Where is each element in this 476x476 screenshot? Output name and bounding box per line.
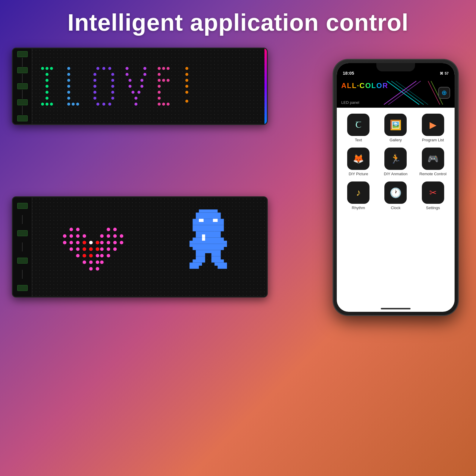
remote-control-app-label: Remote Control (419, 172, 447, 176)
svg-point-58 (158, 103, 161, 106)
svg-point-80 (70, 241, 73, 244)
svg-rect-119 (196, 213, 221, 216)
diy-animation-app-label: DIY Anmation (384, 172, 407, 176)
app-item-diy-animation[interactable]: 🏃 DIY Anmation (378, 148, 413, 176)
svg-line-146 (387, 81, 419, 104)
svg-rect-131 (196, 250, 221, 253)
remote-control-app-icon[interactable]: 🎮 (422, 148, 444, 170)
svg-point-65 (185, 91, 188, 94)
svg-point-35 (108, 103, 111, 106)
svg-point-41 (140, 79, 143, 82)
clock-app-icon[interactable]: 🕐 (384, 181, 407, 204)
gallery-app-label: Gallery (389, 138, 402, 142)
svg-point-95 (107, 247, 110, 251)
svg-rect-141 (218, 266, 227, 269)
svg-rect-121 (193, 219, 224, 222)
gallery-app-icon[interactable]: 🖼️ (384, 114, 407, 136)
svg-point-27 (93, 85, 96, 88)
app-item-program-list[interactable]: ▶ Program List (416, 114, 450, 142)
circuit-board-left-bottom (13, 197, 32, 297)
svg-rect-133 (212, 253, 221, 256)
phone-notch (376, 63, 415, 71)
svg-point-102 (107, 254, 110, 258)
circuit-line-b3 (22, 270, 23, 279)
led-text-container (37, 62, 261, 110)
svg-point-100 (96, 254, 99, 258)
svg-rect-128 (190, 241, 227, 244)
svg-point-1 (46, 67, 48, 70)
settings-app-icon[interactable]: ✂ (422, 181, 444, 204)
svg-point-108 (96, 267, 99, 271)
svg-point-49 (162, 67, 165, 70)
svg-point-54 (167, 79, 170, 82)
clock-icon: 🕐 (390, 187, 402, 198)
svg-point-70 (113, 228, 117, 231)
svg-point-21 (102, 67, 105, 70)
svg-point-81 (76, 241, 80, 244)
circuit-line-b1 (22, 215, 23, 224)
home-bar (381, 308, 411, 309)
settings-app-label: Settings (426, 206, 440, 210)
svg-rect-126 (196, 234, 221, 238)
svg-point-79 (63, 241, 67, 244)
app-item-diy-picture[interactable]: 🦊 DIY Picture (341, 148, 375, 176)
svg-point-32 (111, 97, 114, 100)
add-program-button[interactable]: ⊕ (438, 87, 450, 99)
svg-rect-127 (193, 238, 224, 241)
app-item-settings[interactable]: ✂ Settings (416, 181, 450, 210)
svg-point-26 (111, 79, 114, 82)
chip-b4 (17, 285, 28, 291)
chip-3 (17, 83, 28, 89)
svg-point-114 (96, 247, 99, 251)
svg-point-8 (41, 103, 44, 106)
diy-picture-app-icon[interactable]: 🦊 (347, 148, 369, 170)
svg-point-103 (83, 261, 86, 264)
svg-point-101 (100, 254, 104, 258)
diy-animation-app-icon[interactable]: 🏃 (384, 148, 407, 170)
svg-point-59 (162, 103, 165, 106)
pixel-art-heart (37, 203, 150, 291)
app-item-text[interactable]: Ꞇ Text (341, 114, 375, 142)
svg-line-147 (391, 81, 424, 104)
svg-point-55 (158, 85, 161, 88)
svg-point-77 (113, 234, 117, 238)
svg-rect-142 (199, 219, 204, 222)
svg-rect-130 (193, 247, 224, 250)
svg-point-89 (70, 247, 73, 251)
play-icon: ▶ (430, 120, 436, 130)
app-item-remote-control[interactable]: 🎮 Remote Control (416, 148, 450, 176)
text-app-icon[interactable]: Ꞇ (347, 114, 369, 136)
app-logo: ALL·COLOR (341, 82, 388, 90)
svg-point-17 (67, 103, 70, 106)
app-item-clock[interactable]: 🕐 Clock (378, 181, 413, 210)
svg-point-51 (158, 73, 161, 76)
svg-point-73 (76, 234, 80, 238)
svg-rect-123 (193, 225, 224, 228)
svg-rect-134 (196, 256, 205, 260)
svg-point-15 (67, 91, 70, 94)
svg-point-10 (50, 103, 53, 106)
svg-point-12 (67, 73, 70, 76)
svg-rect-145 (202, 238, 205, 241)
svg-point-42 (129, 85, 131, 88)
app-header: ALL·COLOR LED panel ⊕ (337, 78, 455, 108)
program-list-app-icon[interactable]: ▶ (422, 114, 444, 136)
rhythm-app-icon[interactable]: ♪ (347, 181, 369, 204)
svg-point-85 (100, 241, 104, 244)
svg-point-116 (89, 254, 93, 258)
svg-rect-137 (212, 259, 224, 263)
svg-point-94 (100, 247, 104, 251)
svg-rect-135 (212, 256, 221, 260)
app-item-rhythm[interactable]: ♪ Rhythm (341, 181, 375, 210)
led-char-O (89, 62, 119, 110)
circuit-line-4 (22, 106, 23, 115)
svg-point-62 (185, 73, 188, 76)
music-icon: ♪ (356, 187, 361, 198)
svg-rect-139 (214, 263, 227, 266)
svg-point-25 (93, 79, 96, 82)
svg-rect-118 (199, 209, 218, 213)
circuit-board-left (13, 48, 32, 124)
app-item-gallery[interactable]: 🖼️ Gallery (378, 114, 413, 142)
diy-animation-icon: 🏃 (390, 154, 401, 164)
svg-point-87 (113, 241, 117, 244)
